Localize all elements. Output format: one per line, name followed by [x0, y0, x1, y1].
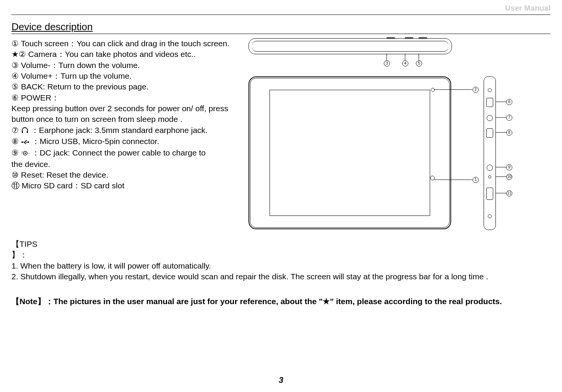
callout-7: 7 — [506, 115, 512, 121]
callout-1: 1 — [473, 177, 479, 183]
label-3: Volume-： — [21, 61, 58, 70]
leader-6 — [495, 102, 506, 102]
leader-7 — [495, 117, 506, 118]
device-diagram: 3 4 5 2 1 6 7 8 9 10 11 — [245, 38, 505, 237]
note-label: 【Note】： — [11, 297, 54, 306]
item-11: ⑪ Micro SD card：SD card slot — [11, 180, 241, 191]
item-5: ⑤ BACK: Return to the previous page. — [11, 81, 241, 92]
note-text: The pictures in the user manual are just… — [54, 297, 502, 306]
num-6: ⑥ — [11, 93, 19, 102]
callout-9: 9 — [506, 164, 512, 170]
svg-rect-1 — [27, 131, 28, 133]
num-11: ⑪ — [11, 181, 19, 190]
leader-5 — [419, 53, 419, 61]
headphone-icon — [21, 125, 29, 136]
item-9: ⑨ + ：DC jack: Connect the power cable to… — [11, 147, 241, 159]
leader-11 — [495, 193, 506, 193]
callout-2: 2 — [473, 87, 479, 93]
label-1: Touch screen： — [21, 39, 76, 48]
svg-point-2 — [21, 141, 23, 143]
tips-body: 1. When the battery is low, it will powe… — [11, 261, 512, 282]
num-3: ③ — [11, 61, 19, 70]
callout-11: 11 — [506, 190, 512, 196]
callout-4: 4 — [402, 60, 408, 66]
num-10: ⑩ — [11, 170, 19, 179]
num-5: ⑤ — [11, 82, 19, 91]
desc-2: You can take photos and videos etc.. — [65, 50, 196, 58]
num-9: ⑨ — [11, 148, 19, 157]
label-4: Volume+： — [21, 71, 60, 80]
device-side-view — [484, 76, 496, 230]
svg-rect-0 — [22, 131, 23, 133]
tips-line-1: 1. When the battery is low, it will powe… — [11, 261, 211, 270]
screw-bottom — [488, 214, 492, 218]
svg-marker-4 — [28, 141, 29, 143]
callout-10: 10 — [506, 174, 512, 180]
num-8: ⑧ — [11, 137, 19, 146]
vol-up-button — [405, 37, 413, 39]
callout-3: 3 — [384, 60, 390, 66]
device-front-view — [249, 76, 451, 229]
item-1: ① Touch screen：You can click and drag in… — [11, 38, 241, 49]
note-block: 【Note】：The pictures in the user manual a… — [11, 296, 551, 307]
leader-10 — [495, 177, 506, 177]
label-8: ：Micro USB, — [32, 137, 83, 146]
item-4: ④ Volume+：Turn up the volume. — [11, 71, 241, 81]
label-10: Reset: — [21, 170, 47, 179]
num-1: ① — [11, 39, 19, 48]
tips-label: 【TIPS 】： — [11, 239, 48, 261]
item-7: ⑦ ：Earphone jack: 3.5mm standard earphon… — [11, 125, 241, 136]
label-6: POWER： — [21, 93, 59, 102]
callout-5: 5 — [416, 60, 422, 66]
earphone-jack-side — [487, 115, 493, 121]
touch-screen — [270, 90, 430, 216]
item-8: ⑧ ：Micro USB, Micro-5pin connector. — [11, 136, 241, 147]
label-5: BACK: — [21, 82, 47, 91]
page-number: 3 — [0, 375, 562, 385]
device-top-inner — [252, 41, 448, 52]
item-3: ③ Volume-：Turn down the volume. — [11, 60, 241, 71]
label-7: ：Earphone jack: — [31, 126, 95, 134]
item-6: ⑥ POWER： — [11, 92, 241, 103]
label-2: Camera： — [28, 50, 65, 58]
svg-text:+: + — [21, 151, 23, 153]
desc-3: Turn down the volume. — [58, 61, 140, 70]
power-button-side — [486, 98, 493, 107]
item-10: ⑩ Reset: Reset the device. — [11, 170, 241, 180]
label-9: ：DC jack: — [32, 148, 72, 157]
callout-6: 6 — [506, 99, 512, 105]
usb-icon — [21, 137, 29, 147]
item-9-cont: the device. — [11, 159, 241, 170]
num-7: ⑦ — [11, 126, 19, 134]
desc-9: Connect the power cable to charge to — [72, 148, 206, 157]
device-top-view — [249, 38, 452, 54]
desc-5: Return to the previous page. — [47, 82, 149, 91]
section-title: Device description — [11, 21, 551, 34]
top-rule — [11, 15, 551, 15]
micro-usb-side — [486, 128, 493, 138]
camera-lens — [431, 88, 435, 92]
desc-8: Micro-5pin connector. — [83, 137, 159, 146]
reset-hole-side — [488, 175, 491, 178]
desc-1: You can click and drag in the touch scre… — [76, 39, 229, 48]
vol-down-button — [387, 37, 395, 39]
dc-jack-icon: + — [21, 148, 29, 159]
desc-7: 3.5mm standard earphone jack. — [95, 126, 208, 134]
num-4: ④ — [11, 71, 19, 80]
item-2: ★② Camera：You can take photos and videos… — [11, 49, 241, 60]
callout-8: 8 — [506, 130, 512, 136]
desc-4: Turn up the volume. — [60, 71, 132, 80]
leader-8 — [495, 132, 506, 133]
label-11: Micro SD card： — [22, 181, 81, 190]
desc-11: SD card slot — [81, 181, 124, 190]
desc-10: Reset the device. — [46, 170, 108, 179]
back-button — [419, 37, 427, 39]
screw-top — [488, 88, 492, 92]
header-label: User Manual — [505, 4, 551, 13]
leader-9 — [495, 167, 506, 167]
tips-line-2: 2. Shutdown illegally, when you restart,… — [11, 272, 488, 281]
num-2: ② — [19, 50, 26, 58]
item-6-desc: Keep pressing button over 2 seconds for … — [11, 103, 241, 125]
svg-point-6 — [24, 152, 26, 154]
leader-3 — [387, 53, 387, 61]
